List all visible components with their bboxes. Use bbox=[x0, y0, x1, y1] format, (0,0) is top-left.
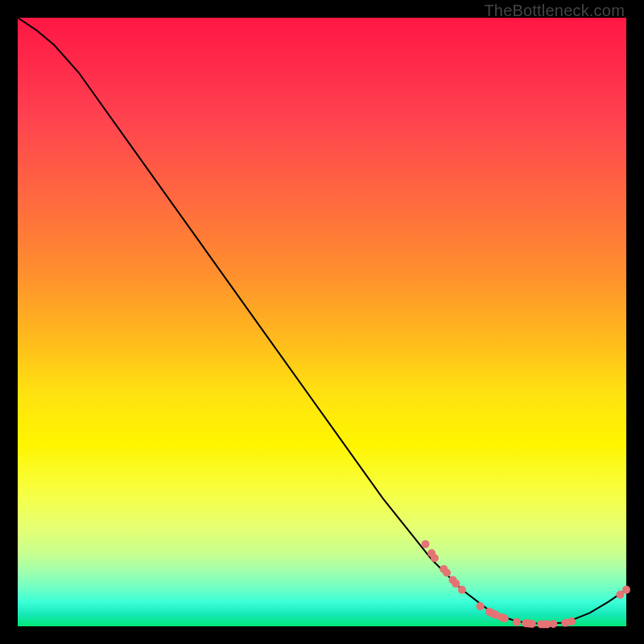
marker-point bbox=[501, 614, 509, 622]
marker-point bbox=[431, 554, 439, 562]
chart-svg bbox=[18, 18, 626, 626]
marker-point bbox=[549, 620, 557, 628]
marker-point bbox=[422, 540, 430, 548]
marker-point bbox=[513, 618, 521, 626]
marker-point bbox=[452, 580, 460, 588]
chart-container: TheBottleneck.com bbox=[0, 0, 644, 644]
marker-group bbox=[422, 540, 631, 629]
marker-point bbox=[458, 586, 466, 594]
bottleneck-curve bbox=[18, 18, 626, 624]
marker-point bbox=[477, 602, 485, 610]
marker-point bbox=[528, 620, 536, 628]
marker-point bbox=[622, 586, 630, 594]
marker-point bbox=[443, 569, 451, 577]
plot-area bbox=[18, 18, 626, 626]
marker-point bbox=[568, 617, 576, 625]
